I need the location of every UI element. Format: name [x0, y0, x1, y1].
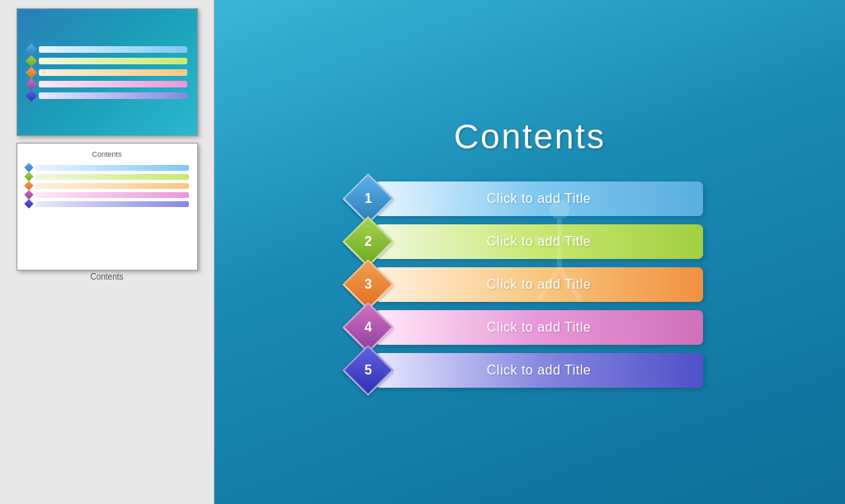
- sidebar: Contents Contents: [0, 0, 215, 504]
- thumb1-bar-1: [39, 46, 187, 53]
- item-row-3[interactable]: 3 Click to add Title: [356, 267, 703, 302]
- thumb1-diamond-4: [25, 78, 36, 89]
- thumbnail-2-wrapper: Contents Contents: [17, 143, 198, 281]
- item-1-label: Click to add Title: [487, 191, 591, 206]
- thumb2-title: Contents: [26, 150, 189, 158]
- item-3-number: 3: [365, 277, 372, 292]
- thumb1-bar-5: [39, 92, 187, 99]
- thumb2-row-5: [26, 200, 189, 207]
- item-5-number: 5: [365, 363, 372, 378]
- item-2-bar[interactable]: Click to add Title: [375, 224, 703, 259]
- thumb2-bar-5: [35, 201, 189, 207]
- item-4-bar[interactable]: Click to add Title: [375, 310, 703, 345]
- item-1-number: 1: [365, 191, 372, 206]
- items-container: 1 Click to add Title 2 Click to add Titl…: [356, 181, 703, 388]
- thumb1-diamond-2: [25, 54, 36, 66]
- thumb1-bar-3: [39, 69, 187, 76]
- thumbnail-2[interactable]: Contents: [17, 143, 198, 271]
- item-row-5[interactable]: 5 Click to add Title: [356, 353, 703, 388]
- item-5-bar[interactable]: Click to add Title: [375, 353, 703, 388]
- thumb2-row-2: [26, 173, 189, 180]
- item-3-bar[interactable]: Click to add Title: [375, 267, 703, 302]
- thumb1-diamond-1: [25, 43, 36, 54]
- slide-title: Contents: [454, 117, 606, 157]
- item-1-bar[interactable]: Click to add Title: [375, 181, 703, 216]
- item-3-label: Click to add Title: [487, 277, 591, 292]
- item-4-label: Click to add Title: [487, 320, 591, 335]
- thumb1-row-3: [27, 68, 187, 77]
- thumb1-bar-4: [39, 81, 187, 87]
- thumb1-diamond-5: [25, 89, 36, 101]
- thumb1-bar-2: [39, 58, 187, 64]
- item-5-label: Click to add Title: [487, 363, 591, 378]
- thumb1-row-1: [27, 45, 187, 54]
- thumbnail-1-wrapper: [17, 8, 198, 136]
- item-row-2[interactable]: 2 Click to add Title: [356, 224, 703, 259]
- thumb1-row-4: [27, 80, 187, 88]
- item-4-number: 4: [365, 320, 372, 335]
- thumb2-row-4: [26, 191, 189, 198]
- thumbnail-2-label: Contents: [17, 272, 198, 281]
- thumb2-row-3: [26, 182, 189, 189]
- thumb2-diamond-5: [24, 199, 33, 208]
- thumb1-row-5: [27, 92, 187, 100]
- item-row-4[interactable]: 4 Click to add Title: [356, 310, 703, 345]
- item-2-number: 2: [365, 234, 372, 249]
- main-slide-area: Contents 1 Click to add Title 2 Click to…: [215, 0, 845, 504]
- thumbnail-1[interactable]: [17, 8, 198, 136]
- thumb2-bar-2: [35, 174, 189, 180]
- thumb2-bar-3: [35, 183, 189, 189]
- thumb1-diamond-3: [25, 66, 36, 78]
- thumb2-bar-1: [35, 165, 189, 171]
- thumb2-bar-4: [35, 192, 189, 198]
- item-row-1[interactable]: 1 Click to add Title: [356, 181, 703, 216]
- item-2-label: Click to add Title: [487, 234, 591, 249]
- item-5-diamond: 5: [342, 344, 394, 395]
- thumb2-row-1: [26, 164, 189, 171]
- thumb1-row-2: [27, 57, 187, 65]
